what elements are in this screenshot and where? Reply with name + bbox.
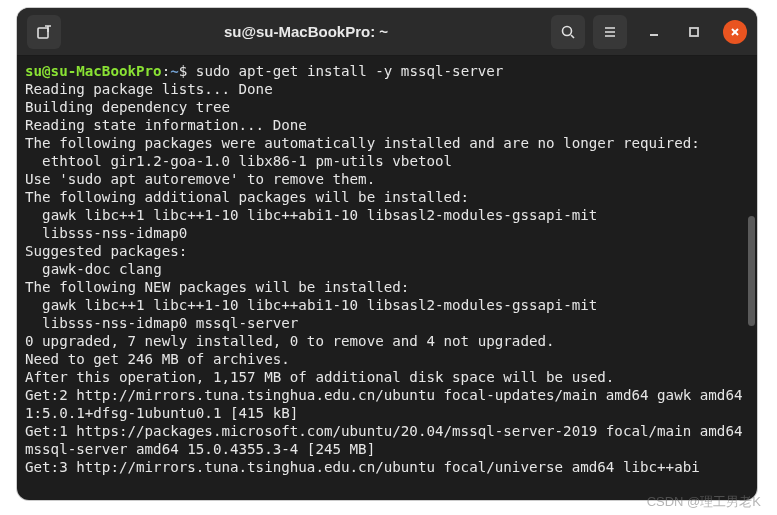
prompt-symbol: $	[179, 63, 188, 79]
command-text: sudo apt-get install -y mssql-server	[196, 63, 504, 79]
svg-line-4	[571, 35, 574, 38]
menu-button[interactable]	[593, 15, 627, 49]
terminal-output: su@su-MacBookPro:~$ sudo apt-get install…	[25, 62, 749, 476]
svg-point-3	[563, 26, 572, 35]
scrollbar-thumb[interactable]	[748, 216, 755, 326]
output-lines: Reading package lists... Done Building d…	[25, 81, 751, 475]
terminal-window: su@su-MacBookPro: ~ su@su-MacBookPro:~$ …	[17, 8, 757, 500]
maximize-button[interactable]	[683, 21, 705, 43]
svg-rect-9	[690, 28, 698, 36]
terminal-body[interactable]: su@su-MacBookPro:~$ sudo apt-get install…	[17, 56, 757, 500]
svg-rect-0	[38, 28, 48, 38]
prompt-user-host: su@su-MacBookPro	[25, 63, 162, 79]
titlebar: su@su-MacBookPro: ~	[17, 8, 757, 56]
close-button[interactable]	[723, 20, 747, 44]
minimize-button[interactable]	[643, 21, 665, 43]
search-button[interactable]	[551, 15, 585, 49]
new-tab-button[interactable]	[27, 15, 61, 49]
window-title: su@su-MacBookPro: ~	[69, 23, 543, 40]
window-controls	[643, 20, 747, 44]
prompt-path: ~	[170, 63, 179, 79]
